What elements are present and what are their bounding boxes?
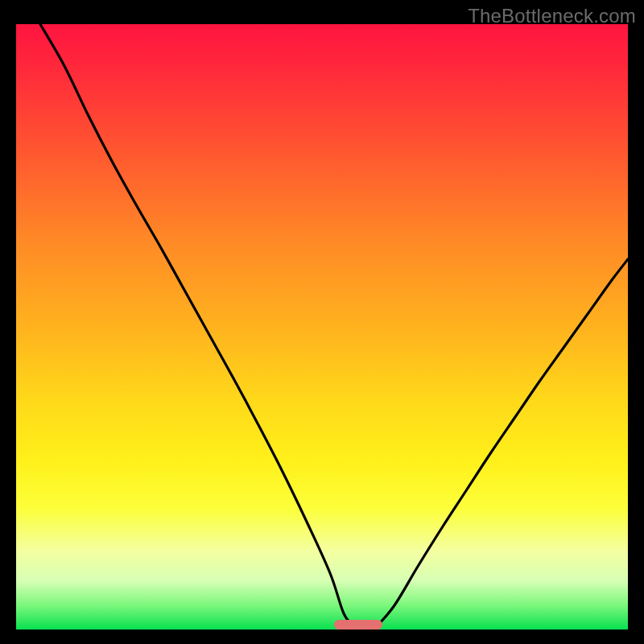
plot-area	[16, 24, 628, 630]
curve-right-branch	[377, 259, 628, 626]
chart-frame: TheBottleneck.com	[0, 0, 644, 644]
curve-layer	[16, 24, 628, 630]
curve-left-branch	[40, 24, 354, 626]
baseline-marker	[334, 620, 382, 630]
